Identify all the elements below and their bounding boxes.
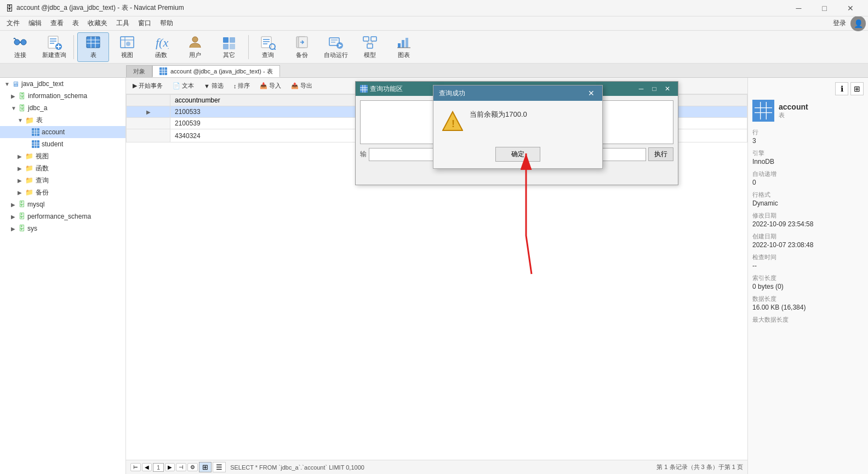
dialog-ok-button[interactable]: 确定 xyxy=(495,147,540,162)
dialog-title-bar: 查询成功 ✕ xyxy=(433,85,602,101)
dialog-message: 当前余额为1700.0 xyxy=(470,110,593,119)
dialog-footer: 确定 xyxy=(433,142,602,168)
svg-text:!: ! xyxy=(452,118,455,129)
dialog-title-text: 查询成功 xyxy=(439,89,465,98)
dialog-warning-icon: ! xyxy=(442,111,463,136)
success-dialog: 查询成功 ✕ ! 当前余额为1700.0 确定 xyxy=(433,85,603,169)
dialog-close-button[interactable]: ✕ xyxy=(586,88,597,99)
dialog-overlay: 查询成功 ✕ ! 当前余额为1700.0 确定 xyxy=(0,0,868,474)
dialog-body: ! 当前余额为1700.0 xyxy=(433,101,602,142)
